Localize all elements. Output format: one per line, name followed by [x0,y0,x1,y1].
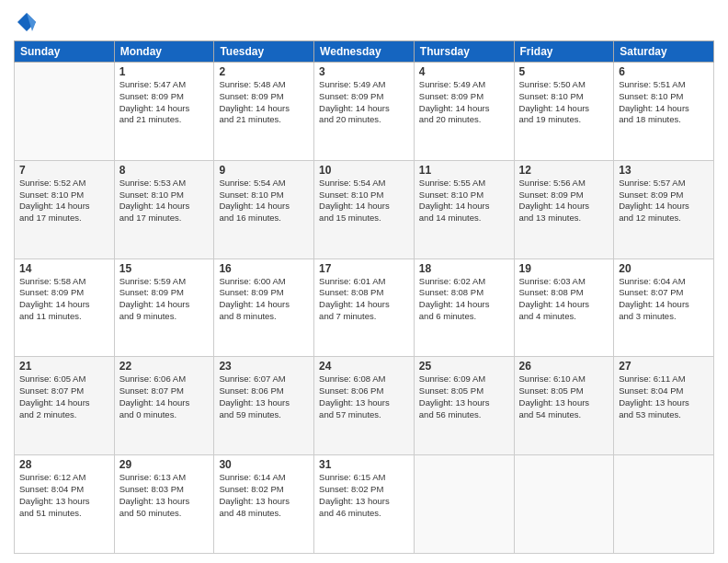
day-info: Sunrise: 5:53 AM Sunset: 8:10 PM Dayligh… [119,178,210,224]
day-info: Sunrise: 6:09 AM Sunset: 8:05 PM Dayligh… [419,373,509,420]
day-info: Sunrise: 6:01 AM Sunset: 8:08 PM Dayligh… [319,276,409,323]
day-number: 31 [319,458,409,471]
day-number: 23 [219,360,309,373]
day-info: Sunrise: 6:03 AM Sunset: 8:08 PM Dayligh… [519,276,609,323]
calendar-day-cell: 23Sunrise: 6:07 AM Sunset: 8:06 PM Dayli… [214,357,314,455]
day-number: 17 [319,262,409,275]
calendar-day-cell: 18Sunrise: 6:02 AM Sunset: 8:08 PM Dayli… [414,259,514,357]
calendar-day-cell: 16Sunrise: 6:00 AM Sunset: 8:09 PM Dayli… [214,259,314,357]
calendar-day-cell: 30Sunrise: 6:14 AM Sunset: 8:02 PM Dayli… [214,455,314,554]
calendar-day-header: Monday [114,41,214,63]
calendar-week-row: 21Sunrise: 6:05 AM Sunset: 8:07 PM Dayli… [15,357,714,455]
header [14,9,714,35]
calendar-day-header: Tuesday [214,41,314,63]
day-number: 16 [219,262,309,275]
day-number: 6 [619,65,709,78]
calendar-day-cell: 7Sunrise: 5:52 AM Sunset: 8:10 PM Daylig… [15,160,115,259]
day-number: 22 [119,360,210,373]
day-number: 13 [619,164,709,177]
calendar-day-cell: 21Sunrise: 6:05 AM Sunset: 8:07 PM Dayli… [15,357,115,455]
calendar-day-cell: 25Sunrise: 6:09 AM Sunset: 8:05 PM Dayli… [414,357,514,455]
day-info: Sunrise: 5:49 AM Sunset: 8:09 PM Dayligh… [319,79,409,126]
day-number: 18 [419,262,509,275]
calendar-day-header: Sunday [15,41,115,63]
day-number: 29 [119,458,210,471]
day-number: 21 [19,360,109,373]
calendar-day-cell: 6Sunrise: 5:51 AM Sunset: 8:10 PM Daylig… [614,63,714,161]
day-info: Sunrise: 5:50 AM Sunset: 8:10 PM Dayligh… [519,79,609,126]
calendar-day-cell: 22Sunrise: 6:06 AM Sunset: 8:07 PM Dayli… [114,357,214,455]
calendar-day-header: Thursday [414,41,514,63]
day-info: Sunrise: 6:00 AM Sunset: 8:09 PM Dayligh… [219,276,309,323]
day-number: 3 [319,65,409,78]
day-info: Sunrise: 5:54 AM Sunset: 8:10 PM Dayligh… [219,178,309,224]
calendar-day-cell: 14Sunrise: 5:58 AM Sunset: 8:09 PM Dayli… [15,259,115,357]
calendar-day-cell: 15Sunrise: 5:59 AM Sunset: 8:09 PM Dayli… [114,259,214,357]
day-number: 28 [19,458,109,471]
day-info: Sunrise: 6:10 AM Sunset: 8:05 PM Dayligh… [519,373,609,420]
day-info: Sunrise: 5:58 AM Sunset: 8:09 PM Dayligh… [19,276,109,323]
day-info: Sunrise: 5:52 AM Sunset: 8:10 PM Dayligh… [19,178,109,224]
calendar-day-cell: 11Sunrise: 5:55 AM Sunset: 8:10 PM Dayli… [414,160,514,259]
day-info: Sunrise: 5:48 AM Sunset: 8:09 PM Dayligh… [219,79,309,126]
day-number: 27 [619,360,709,373]
calendar-day-cell: 24Sunrise: 6:08 AM Sunset: 8:06 PM Dayli… [314,357,415,455]
calendar-day-cell: 12Sunrise: 5:56 AM Sunset: 8:09 PM Dayli… [514,160,614,259]
day-number: 14 [19,262,109,275]
calendar-day-cell [15,63,115,161]
day-number: 12 [519,164,609,177]
calendar-day-cell: 2Sunrise: 5:48 AM Sunset: 8:09 PM Daylig… [214,63,314,161]
day-info: Sunrise: 5:55 AM Sunset: 8:10 PM Dayligh… [419,178,509,224]
calendar-day-cell [514,455,614,554]
calendar-day-cell: 26Sunrise: 6:10 AM Sunset: 8:05 PM Dayli… [514,357,614,455]
calendar-day-cell: 5Sunrise: 5:50 AM Sunset: 8:10 PM Daylig… [514,63,614,161]
calendar-header-row: SundayMondayTuesdayWednesdayThursdayFrid… [15,41,714,63]
calendar-week-row: 1Sunrise: 5:47 AM Sunset: 8:09 PM Daylig… [15,63,714,161]
day-number: 1 [119,65,210,78]
day-number: 5 [519,65,609,78]
day-info: Sunrise: 6:07 AM Sunset: 8:06 PM Dayligh… [219,373,309,420]
calendar-day-cell: 27Sunrise: 6:11 AM Sunset: 8:04 PM Dayli… [614,357,714,455]
calendar-day-cell: 10Sunrise: 5:54 AM Sunset: 8:10 PM Dayli… [314,160,415,259]
day-number: 20 [619,262,709,275]
day-info: Sunrise: 5:59 AM Sunset: 8:09 PM Dayligh… [119,276,210,323]
calendar-table: SundayMondayTuesdayWednesdayThursdayFrid… [14,40,714,554]
day-number: 24 [319,360,409,373]
calendar-day-cell: 13Sunrise: 5:57 AM Sunset: 8:09 PM Dayli… [614,160,714,259]
day-info: Sunrise: 6:15 AM Sunset: 8:02 PM Dayligh… [319,472,409,519]
day-info: Sunrise: 6:12 AM Sunset: 8:04 PM Dayligh… [19,472,109,519]
day-info: Sunrise: 5:54 AM Sunset: 8:10 PM Dayligh… [319,178,409,224]
page: SundayMondayTuesdayWednesdayThursdayFrid… [0,0,728,563]
day-number: 2 [219,65,309,78]
day-info: Sunrise: 6:06 AM Sunset: 8:07 PM Dayligh… [119,373,210,420]
calendar-day-cell: 31Sunrise: 6:15 AM Sunset: 8:02 PM Dayli… [314,455,415,554]
day-info: Sunrise: 6:05 AM Sunset: 8:07 PM Dayligh… [19,373,109,420]
day-number: 25 [419,360,509,373]
calendar-day-cell: 1Sunrise: 5:47 AM Sunset: 8:09 PM Daylig… [114,63,214,161]
day-info: Sunrise: 5:49 AM Sunset: 8:09 PM Dayligh… [419,79,509,126]
day-info: Sunrise: 6:02 AM Sunset: 8:08 PM Dayligh… [419,276,509,323]
day-info: Sunrise: 5:57 AM Sunset: 8:09 PM Dayligh… [619,178,709,224]
calendar-day-cell: 8Sunrise: 5:53 AM Sunset: 8:10 PM Daylig… [114,160,214,259]
day-number: 9 [219,164,309,177]
calendar-day-cell: 19Sunrise: 6:03 AM Sunset: 8:08 PM Dayli… [514,259,614,357]
calendar-day-cell: 3Sunrise: 5:49 AM Sunset: 8:09 PM Daylig… [314,63,415,161]
logo [14,9,43,35]
day-number: 7 [19,164,109,177]
calendar-day-cell: 17Sunrise: 6:01 AM Sunset: 8:08 PM Dayli… [314,259,415,357]
calendar-day-cell: 9Sunrise: 5:54 AM Sunset: 8:10 PM Daylig… [214,160,314,259]
calendar-day-cell: 20Sunrise: 6:04 AM Sunset: 8:07 PM Dayli… [614,259,714,357]
calendar-week-row: 14Sunrise: 5:58 AM Sunset: 8:09 PM Dayli… [15,259,714,357]
day-number: 11 [419,164,509,177]
day-number: 8 [119,164,210,177]
calendar-day-header: Wednesday [314,41,415,63]
calendar-week-row: 7Sunrise: 5:52 AM Sunset: 8:10 PM Daylig… [15,160,714,259]
calendar-day-cell: 4Sunrise: 5:49 AM Sunset: 8:09 PM Daylig… [414,63,514,161]
day-info: Sunrise: 6:04 AM Sunset: 8:07 PM Dayligh… [619,276,709,323]
day-number: 10 [319,164,409,177]
day-info: Sunrise: 6:13 AM Sunset: 8:03 PM Dayligh… [119,472,210,519]
day-number: 19 [519,262,609,275]
calendar-day-cell [414,455,514,554]
day-number: 4 [419,65,509,78]
day-info: Sunrise: 6:11 AM Sunset: 8:04 PM Dayligh… [619,373,709,420]
